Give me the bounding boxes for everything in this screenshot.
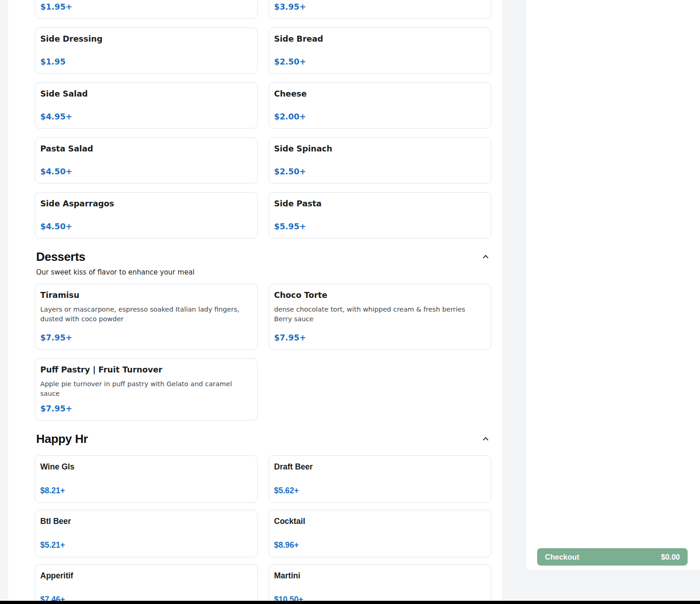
section-sides-grid: $1.95+ $3.95+ Side Dressing $1.95 Side B… [35, 0, 491, 238]
bottom-black-bar [0, 601, 700, 604]
menu-item-price: $5.62+ [274, 480, 485, 496]
menu-item-name: Apperitif [40, 571, 252, 581]
menu-item-card[interactable]: Apperitif $7.46+ [35, 564, 258, 604]
menu-item-name: Cocktail [274, 517, 485, 527]
menu-item-price: $7.95+ [40, 328, 252, 342]
menu-item-card[interactable]: Wine Gls $8.21+ [35, 455, 258, 503]
menu-item-card[interactable]: Martini $10.50+ [269, 564, 491, 604]
menu-item-card[interactable]: Btl Beer $5.21+ [35, 510, 258, 557]
menu-item-name: Side Bread [274, 34, 485, 44]
menu-item-price: $4.95+ [40, 107, 252, 121]
menu-item-card[interactable]: Cheese $2.00+ [269, 82, 491, 129]
menu-item-price: $1.95+ [40, 0, 252, 11]
menu-item-name: Side Asparragos [40, 199, 252, 209]
menu-item-name: Tiramisu [40, 291, 252, 301]
chevron-up-icon [482, 255, 490, 262]
menu-panel: $1.95+ $3.95+ Side Dressing $1.95 Side B… [8, 0, 502, 601]
menu-item-name: Side Dressing [40, 34, 252, 44]
menu-content: $1.95+ $3.95+ Side Dressing $1.95 Side B… [8, 0, 491, 604]
menu-item-card[interactable]: $1.95+ [35, 0, 258, 19]
menu-item-card[interactable]: Side Dressing $1.95 [35, 27, 258, 74]
section-happy-hr-grid: Wine Gls $8.21+ Draft Beer $5.62+ Btl Be… [35, 455, 491, 604]
menu-item-price: $5.95+ [274, 216, 485, 231]
menu-item-name: Cheese [274, 89, 485, 99]
menu-item-name: Btl Beer [40, 517, 252, 527]
menu-item-card[interactable]: Tiramisu Layers or mascarpone, espresso … [35, 284, 258, 350]
section-title: Desserts [36, 250, 85, 264]
menu-item-price: $5.21+ [40, 535, 252, 550]
menu-item-price: $4.50+ [40, 216, 252, 231]
menu-item-card[interactable]: Pasta Salad $4.50+ [35, 137, 258, 183]
menu-item-card[interactable]: Side Pasta $5.95+ [269, 192, 491, 238]
menu-item-price: $2.50+ [274, 162, 485, 176]
menu-item-price: $1.95 [40, 52, 252, 66]
section-desserts-grid: Tiramisu Layers or mascarpone, espresso … [35, 284, 491, 421]
menu-item-price: $4.50+ [40, 162, 252, 176]
menu-item-card[interactable]: Puff Pastry | Fruit Turnover Apple pie t… [35, 358, 258, 421]
menu-item-price: $2.00+ [274, 107, 485, 121]
menu-item-price: $3.95+ [274, 0, 485, 11]
menu-item-price: $8.96+ [274, 535, 485, 550]
menu-item-name: Side Spinach [274, 144, 485, 154]
menu-item-price: $2.50+ [274, 52, 485, 66]
menu-item-card[interactable]: Side Salad $4.95+ [35, 82, 258, 129]
menu-item-name: Wine Gls [40, 462, 252, 472]
section-subtitle: Our sweet kiss of flavor to enhance your… [36, 268, 491, 276]
chevron-up-icon [482, 437, 490, 444]
menu-item-name: Side Salad [40, 89, 252, 99]
menu-item-card[interactable]: $3.95+ [269, 0, 491, 19]
checkout-button[interactable]: Checkout $0.00 [537, 548, 688, 566]
menu-item-description: dense chocolate tort, with whipped cream… [274, 305, 485, 324]
section-header-desserts: Desserts [36, 250, 490, 264]
checkout-label: Checkout [545, 553, 579, 561]
menu-item-price: $7.95+ [274, 328, 485, 342]
menu-item-name: Pasta Salad [40, 144, 252, 154]
menu-item-name: Puff Pastry | Fruit Turnover [40, 365, 252, 375]
menu-item-card[interactable]: Cocktail $8.96+ [269, 510, 491, 557]
menu-item-description: Apple pie turnover in puff pastry with G… [40, 379, 252, 399]
menu-item-card[interactable]: Side Spinach $2.50+ [269, 137, 491, 183]
cart-sidebar: Checkout $0.00 [525, 0, 700, 571]
menu-item-name: Draft Beer [274, 462, 485, 472]
menu-item-card[interactable]: Draft Beer $5.62+ [269, 455, 491, 503]
section-header-happy-hr: Happy Hr [36, 432, 490, 446]
menu-item-name: Side Pasta [274, 199, 485, 209]
menu-item-price: $7.95+ [40, 399, 252, 413]
menu-item-description: Layers or mascarpone, espresso soaked It… [40, 305, 252, 324]
menu-item-price: $8.21+ [40, 480, 252, 496]
menu-item-name: Choco Torte [274, 291, 485, 301]
cart-total: $0.00 [661, 553, 680, 561]
menu-item-name: Martini [274, 571, 485, 581]
menu-item-card[interactable]: Side Bread $2.50+ [269, 27, 491, 74]
section-title: Happy Hr [36, 432, 88, 446]
menu-item-card[interactable]: Side Asparragos $4.50+ [35, 192, 258, 238]
collapse-section-button[interactable] [481, 252, 490, 262]
collapse-section-button[interactable] [481, 434, 490, 444]
menu-item-card[interactable]: Choco Torte dense chocolate tort, with w… [269, 284, 491, 350]
